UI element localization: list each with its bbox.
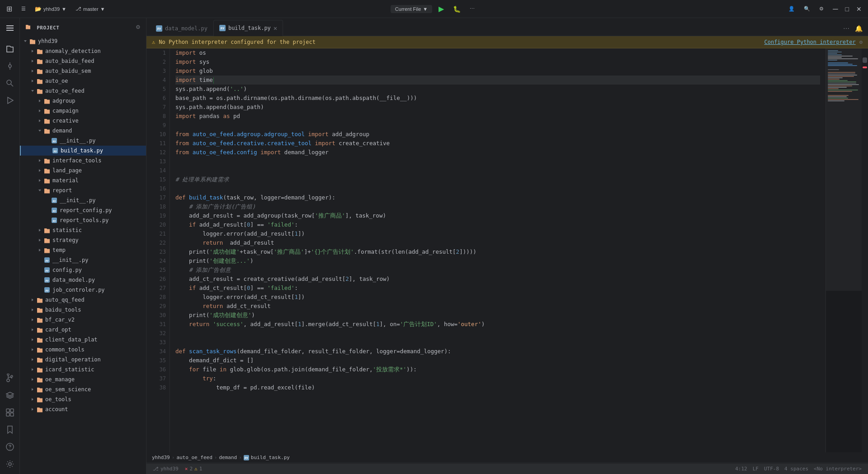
line-number-11: 11 bbox=[150, 139, 166, 148]
notifications-button[interactable]: 🔔 bbox=[853, 23, 864, 34]
line-number-37: 37 bbox=[150, 374, 166, 383]
sidebar-item-client_data_plat[interactable]: client_data_plat bbox=[20, 335, 146, 345]
sidebar-item-adgroup[interactable]: adgroup bbox=[20, 96, 146, 106]
sidebar-item-demand[interactable]: demand bbox=[20, 126, 146, 136]
line-number-4: 4 bbox=[150, 76, 166, 85]
window-close[interactable]: ✕ bbox=[854, 3, 864, 15]
sidebar-item-land_page[interactable]: land_page bbox=[20, 166, 146, 175]
hamburger-menu-button[interactable]: ☰ bbox=[19, 4, 28, 14]
editor-area: py data_model.py py build_task.py ✕ ⋯ 🔔 … bbox=[146, 18, 868, 474]
activity-icon-question[interactable] bbox=[2, 439, 18, 455]
warning-settings-icon[interactable]: ⚙ bbox=[859, 39, 863, 45]
window-minimize[interactable]: ─ bbox=[830, 3, 840, 15]
project-selector[interactable]: 📂 yhhd39 ▼ bbox=[32, 4, 69, 14]
sidebar-item-auto_oe_feed[interactable]: auto_oe_feed bbox=[20, 86, 146, 96]
sidebar-item-digital_operation[interactable]: digital_operation bbox=[20, 355, 146, 365]
sidebar-settings-button[interactable]: ⚙ bbox=[136, 24, 141, 30]
tab-more-button[interactable]: ⋯ bbox=[841, 23, 851, 34]
sidebar-item-build_task[interactable]: pybuild_task.py bbox=[20, 146, 146, 156]
sidebar-item-strategy[interactable]: strategy bbox=[20, 235, 146, 245]
sidebar-item-auto_qq_feed[interactable]: auto_qq_feed bbox=[20, 295, 146, 305]
status-encoding[interactable]: UTF-8 bbox=[761, 466, 782, 472]
svg-marker-20 bbox=[32, 80, 33, 82]
activity-icon-settings[interactable] bbox=[2, 456, 18, 472]
run-button[interactable]: ▶ bbox=[436, 3, 447, 15]
sidebar-item-auto_oe[interactable]: auto_oe bbox=[20, 76, 146, 86]
tree-arrow-report_tools bbox=[43, 217, 51, 224]
sidebar-item-data_model[interactable]: pydata_model.py bbox=[20, 275, 146, 285]
sidebar-item-report_config[interactable]: pyreport_config.py bbox=[20, 205, 146, 215]
sidebar-item-baidu_tools[interactable]: baidu_tools bbox=[20, 305, 146, 315]
run-config-selector[interactable]: Current File ▼ bbox=[391, 5, 432, 13]
activity-icon-search[interactable] bbox=[2, 75, 18, 91]
tree-arrow-bf_car_v2 bbox=[29, 316, 36, 323]
code-line-29: return add_ct_result bbox=[175, 302, 820, 311]
tab-close-build-task[interactable]: ✕ bbox=[274, 25, 277, 31]
tree-arrow-digital_operation bbox=[29, 356, 36, 363]
status-indent[interactable]: 4 spaces bbox=[782, 466, 811, 472]
scroll-track[interactable] bbox=[862, 48, 868, 452]
sidebar-item-material[interactable]: material bbox=[20, 175, 146, 185]
sidebar-item-report[interactable]: report bbox=[20, 185, 146, 195]
status-errors[interactable]: ✕ 2 ⚠ 1 bbox=[182, 464, 205, 474]
sidebar-item-init_demand[interactable]: py__init__.py bbox=[20, 136, 146, 146]
tree-label-anomaly: anomaly_detection bbox=[45, 48, 101, 54]
svg-marker-43 bbox=[32, 398, 33, 401]
activity-icon-layers[interactable] bbox=[2, 387, 18, 403]
sidebar-item-oe_manage[interactable]: oe_manage bbox=[20, 374, 146, 384]
sidebar-item-oe_sem_science[interactable]: oe_sem_science bbox=[20, 384, 146, 394]
more-actions-button[interactable]: ⋯ bbox=[467, 4, 477, 14]
status-interpreter[interactable]: <No interpreter> bbox=[811, 466, 864, 472]
sidebar-item-creative[interactable]: creative bbox=[20, 116, 146, 126]
breadcrumb-yhhd39[interactable]: yhhd39 bbox=[152, 455, 170, 460]
activity-icon-menu[interactable] bbox=[2, 20, 18, 36]
sidebar-item-init_oe[interactable]: py__init__.py bbox=[20, 255, 146, 265]
activity-icon-extensions[interactable] bbox=[2, 404, 18, 421]
breadcrumb-auto-oe-feed[interactable]: auto_oe_feed bbox=[176, 455, 212, 460]
sidebar-item-root[interactable]: yhhd39 bbox=[20, 36, 146, 46]
status-position[interactable]: 4:12 bbox=[732, 466, 750, 472]
activity-icon-run[interactable] bbox=[2, 92, 18, 109]
sidebar-item-oe_tools[interactable]: oe_tools bbox=[20, 394, 146, 404]
tab-build-task[interactable]: py build_task.py ✕ bbox=[213, 20, 283, 36]
sidebar-item-report_tools[interactable]: pyreport_tools.py bbox=[20, 215, 146, 225]
sidebar-item-statistic[interactable]: statistic bbox=[20, 225, 146, 235]
activity-icon-explorer[interactable] bbox=[2, 41, 18, 57]
sidebar-item-anomaly[interactable]: anomaly_detection bbox=[20, 46, 146, 56]
configure-interpreter-link[interactable]: Configure Python interpreter bbox=[764, 39, 855, 45]
line-number-28: 28 bbox=[150, 293, 166, 302]
status-indent-text: 4 spaces bbox=[784, 466, 808, 472]
breadcrumb-demand[interactable]: demand bbox=[219, 455, 237, 460]
window-maximize[interactable]: □ bbox=[843, 3, 852, 15]
search-everywhere-button[interactable]: 🔍 bbox=[801, 4, 813, 14]
status-line-ending[interactable]: LF bbox=[750, 466, 761, 472]
sidebar-item-common_tools[interactable]: common_tools bbox=[20, 345, 146, 355]
code-line-17: def build_task(task_row, logger=demand_l… bbox=[175, 193, 820, 202]
code-content[interactable]: import osimport sysimport globimport tim… bbox=[170, 48, 826, 452]
sidebar-item-icard_statistic[interactable]: icard_statistic bbox=[20, 365, 146, 374]
code-line-4: import time bbox=[175, 76, 820, 85]
app-menu-button[interactable]: ⊞ bbox=[4, 3, 15, 15]
sidebar-item-job_controler[interactable]: pyjob_controler.py bbox=[20, 285, 146, 295]
settings-button[interactable]: ⚙ bbox=[816, 4, 826, 14]
activity-icon-commit[interactable] bbox=[2, 58, 18, 74]
sidebar-item-interface_tools[interactable]: interface_tools bbox=[20, 156, 146, 166]
activity-icon-bookmark[interactable] bbox=[2, 422, 18, 438]
breadcrumb-build-task[interactable]: pybuild_task.py bbox=[244, 455, 290, 460]
sidebar-item-init_report[interactable]: py__init__.py bbox=[20, 195, 146, 205]
tree-arrow-oe_tools bbox=[29, 396, 36, 403]
sidebar-item-card_opt[interactable]: card_opt bbox=[20, 325, 146, 335]
user-button[interactable]: 👤 bbox=[786, 4, 797, 14]
sidebar-item-bf_car_v2[interactable]: bf_car_v2 bbox=[20, 315, 146, 325]
activity-icon-git[interactable] bbox=[2, 370, 18, 386]
sidebar-item-account[interactable]: account bbox=[20, 404, 146, 414]
sidebar-item-auto_baidu_feed[interactable]: auto_baidu_feed bbox=[20, 56, 146, 66]
status-branch[interactable]: ⎇ yhhd39 bbox=[150, 464, 181, 474]
tab-data-model[interactable]: py data_model.py bbox=[150, 20, 213, 36]
branch-selector[interactable]: ⎇ master ▼ bbox=[73, 4, 108, 14]
sidebar-item-auto_baidu_sem[interactable]: auto_baidu_sem bbox=[20, 66, 146, 76]
sidebar-item-config_py[interactable]: pyconfig.py bbox=[20, 265, 146, 275]
sidebar-item-campaign[interactable]: campaign bbox=[20, 106, 146, 116]
debug-button[interactable]: 🐛 bbox=[450, 4, 463, 14]
sidebar-item-temp[interactable]: temp bbox=[20, 245, 146, 255]
